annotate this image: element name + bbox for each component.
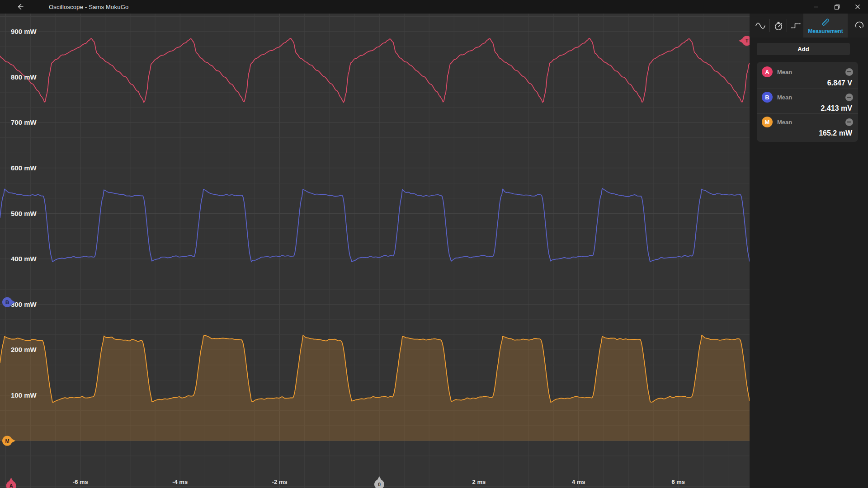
channel-a-marker[interactable]: A [6, 478, 16, 488]
back-button[interactable] [10, 0, 30, 14]
remove-measurement-icon[interactable] [845, 68, 853, 76]
window-title: Oscilloscope - Sams MokuGo [49, 4, 128, 10]
measurement-row-m: M Mean 165.2 mW [757, 113, 858, 138]
y-tick-label: 600 mW [11, 164, 37, 172]
title-bar: Oscilloscope - Sams MokuGo [0, 0, 868, 14]
channel-m-badge: M [762, 117, 773, 127]
svg-text:M: M [5, 438, 9, 444]
minimize-icon [813, 4, 819, 9]
y-tick-label: 300 mW [11, 300, 37, 308]
sine-wave-icon [755, 20, 766, 31]
x-tick-label: -2 ms [272, 479, 288, 485]
x-tick-label: 6 ms [671, 479, 685, 485]
window-controls [806, 0, 868, 14]
tab-measurement[interactable]: Measurement [803, 14, 848, 38]
channel-b-badge: B [762, 92, 773, 103]
arrow-left-icon [15, 2, 24, 11]
channel-a-badge: A [762, 66, 773, 77]
stat-label: Mean [777, 69, 792, 75]
measurement-card: A Mean 6.847 V B Mean 2.413 mV M Mean [757, 62, 858, 142]
step-signal-icon [790, 20, 801, 31]
stopwatch-icon [773, 20, 784, 31]
trace-a [0, 38, 750, 103]
y-tick-label: 800 mW [11, 73, 37, 81]
oscilloscope-app: Oscilloscope - Sams MokuGo 900 mW800 mW7… [0, 0, 868, 488]
tab-measurement-label: Measurement [808, 28, 843, 34]
maximize-restore-button[interactable] [826, 0, 847, 14]
maximize-restore-icon [834, 4, 840, 10]
remove-measurement-icon[interactable] [845, 118, 853, 126]
tab-acquisition[interactable] [770, 14, 787, 38]
x-tick-label: 4 ms [572, 479, 585, 485]
y-tick-label: 400 mW [11, 255, 37, 263]
y-tick-label: 900 mW [11, 28, 37, 35]
measurement-row-b: B Mean 2.413 mV [757, 89, 858, 113]
trace-m-fill [0, 335, 750, 441]
svg-text:B: B [5, 300, 9, 305]
scope-display[interactable]: 900 mW800 mW700 mW600 mW500 mW400 mW300 … [0, 14, 750, 488]
close-icon [855, 4, 860, 9]
y-tick-label: 200 mW [11, 346, 37, 353]
scope-canvas: 900 mW800 mW700 mW600 mW500 mW400 mW300 … [0, 14, 750, 488]
toolbar-divider [769, 19, 770, 32]
gauge-icon [854, 20, 865, 31]
trace-b [0, 188, 750, 262]
remove-measurement-icon[interactable] [845, 94, 853, 101]
add-measurement-button[interactable]: Add [757, 43, 850, 55]
measurement-row-a: A Mean 6.847 V [757, 64, 858, 89]
x-tick-label: -4 ms [172, 479, 188, 485]
toolbar-divider [787, 19, 787, 32]
stat-label: Mean [777, 119, 792, 126]
tab-probe[interactable] [851, 14, 868, 38]
svg-text:T: T [745, 38, 749, 43]
y-tick-label: 700 mW [11, 118, 37, 126]
tab-trigger[interactable] [788, 14, 804, 38]
tab-source[interactable] [752, 14, 769, 38]
sidebar: Measurement Add A Mean 6.847 V [750, 14, 868, 488]
measurement-value: 165.2 mW [757, 129, 858, 137]
svg-text:A: A [9, 483, 13, 488]
x-tick-label: -6 ms [73, 479, 88, 485]
measurement-value: 2.413 mV [757, 104, 858, 113]
svg-text:0: 0 [378, 482, 381, 487]
minimize-button[interactable] [806, 0, 826, 14]
measurement-value: 6.847 V [757, 79, 858, 87]
time-zero-marker[interactable]: 0 [374, 476, 384, 488]
sidebar-toolbar: Measurement [750, 14, 868, 38]
ruler-icon [821, 17, 830, 27]
trigger-marker[interactable]: T [739, 36, 750, 46]
x-tick-label: 2 ms [472, 479, 486, 485]
y-tick-label: 100 mW [11, 391, 37, 399]
y-tick-label: 500 mW [11, 210, 37, 217]
close-button[interactable] [847, 0, 868, 14]
stat-label: Mean [777, 94, 792, 101]
